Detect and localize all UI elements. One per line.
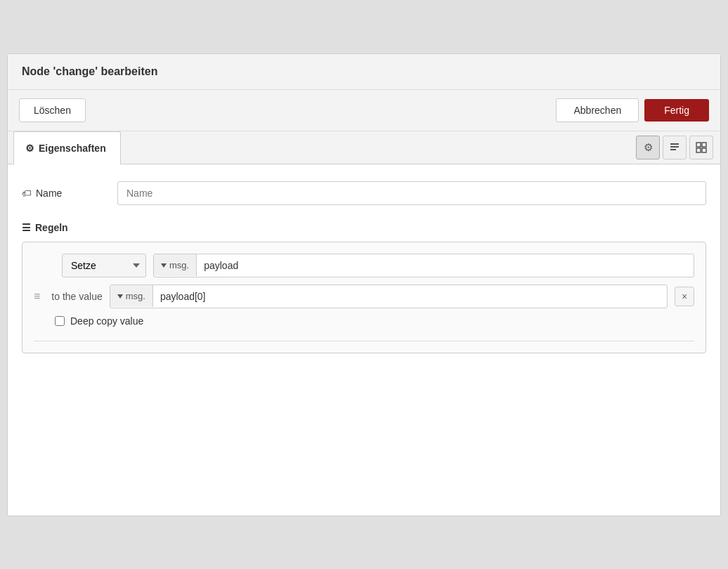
description-icon-btn[interactable] xyxy=(663,136,687,159)
rule-value-dropdown: msg. xyxy=(110,284,668,308)
tab-icons-right: ⚙ xyxy=(629,131,720,164)
cancel-button[interactable]: Abbrechen xyxy=(556,98,639,122)
svg-rect-2 xyxy=(670,149,676,150)
deep-copy-label: Deep copy value xyxy=(70,315,143,327)
drag-handle[interactable]: ≡ xyxy=(34,290,40,303)
svg-rect-1 xyxy=(670,146,679,148)
drag-handle-icon: ≡ xyxy=(34,290,40,302)
content-area: 🏷 Name ☰ Regeln SetzeÄndereLöscheBewege xyxy=(8,164,720,516)
svg-rect-3 xyxy=(696,143,701,147)
done-button[interactable]: Fertig xyxy=(644,99,709,122)
tab-properties[interactable]: ⚙ Eigenschaften xyxy=(13,131,121,164)
rule-row-1: SetzeÄndereLöscheBewege msg. xyxy=(34,254,694,277)
deep-copy-row: Deep copy value xyxy=(34,315,694,327)
to-the-value-label: to the value xyxy=(51,291,102,302)
delete-button[interactable]: Löschen xyxy=(19,98,86,122)
svg-rect-5 xyxy=(696,148,701,152)
tag-icon: 🏷 xyxy=(22,188,32,199)
name-input[interactable] xyxy=(117,181,706,205)
svg-marker-8 xyxy=(117,294,123,299)
svg-rect-6 xyxy=(702,148,706,152)
layout-icon-btn[interactable] xyxy=(689,136,713,159)
rule-value-input[interactable] xyxy=(153,285,667,308)
rule-target-dropdown: msg. xyxy=(153,254,694,277)
rules-label-text: Regeln xyxy=(35,222,68,233)
rule-value-prefix-btn[interactable]: msg. xyxy=(110,285,153,307)
name-field-row: 🏷 Name xyxy=(22,181,706,205)
svg-rect-0 xyxy=(670,143,679,145)
name-label: 🏷 Name xyxy=(22,188,106,199)
rules-container: SetzeÄndereLöscheBewege msg. ≡ to the xyxy=(22,242,706,353)
rules-divider xyxy=(34,341,694,341)
rule-target-value-input[interactable] xyxy=(197,254,694,277)
dialog-title: Node 'change' bearbeiten xyxy=(22,65,157,77)
settings-icon-btn[interactable]: ⚙ xyxy=(636,136,660,159)
tabs-bar: ⚙ Eigenschaften ⚙ xyxy=(8,131,720,164)
dialog-toolbar: Löschen Abbrechen Fertig xyxy=(8,90,720,131)
svg-marker-7 xyxy=(161,263,167,268)
rule-target-prefix-text: msg. xyxy=(169,260,189,270)
tab-properties-label: Eigenschaften xyxy=(39,143,106,154)
rule-target-prefix-btn[interactable]: msg. xyxy=(154,254,197,276)
svg-rect-4 xyxy=(702,143,706,147)
dialog: Node 'change' bearbeiten Löschen Abbrech… xyxy=(7,53,721,516)
name-label-text: Name xyxy=(36,188,62,199)
rule-delete-button[interactable]: × xyxy=(675,287,694,306)
rule-action-select[interactable]: SetzeÄndereLöscheBewege xyxy=(62,254,146,277)
rules-icon: ☰ xyxy=(22,222,31,233)
deep-copy-checkbox[interactable] xyxy=(55,316,65,326)
dialog-header: Node 'change' bearbeiten xyxy=(8,54,720,90)
gear-tab-icon: ⚙ xyxy=(25,143,34,154)
rule-row-2: ≡ to the value msg. × xyxy=(34,284,694,308)
rules-section-label: ☰ Regeln xyxy=(22,222,706,233)
rule-value-prefix-text: msg. xyxy=(126,291,145,301)
